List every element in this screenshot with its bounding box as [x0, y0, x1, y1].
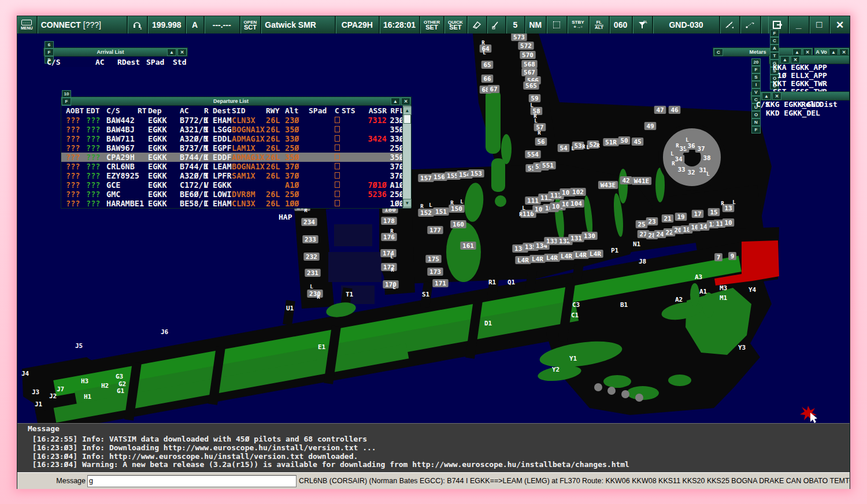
sequence-filter-button-s[interactable]: S — [751, 73, 761, 81]
cell-rwy[interactable]: 26L — [266, 199, 285, 208]
cell-c[interactable] — [335, 153, 342, 162]
departure-col-aobt[interactable]: AOBT — [66, 106, 86, 115]
cell-cs[interactable]: CPA29H — [106, 153, 138, 162]
ground-radar-map[interactable]: 6465666867573572570568567566565595857565… — [17, 34, 850, 423]
clearance-flag-box[interactable] — [335, 163, 340, 169]
cell-aobt[interactable]: ??? — [66, 153, 86, 162]
cell-sid[interactable]: BOGNA1X — [232, 162, 266, 171]
departure-col-assr[interactable]: ASSR — [364, 106, 387, 115]
cell-dest[interactable]: LPFR — [213, 171, 232, 180]
departure-col-sts[interactable]: STS — [342, 106, 364, 115]
cell-dest[interactable]: EHAM — [213, 199, 232, 208]
cell-aobt[interactable]: ??? — [66, 199, 86, 208]
cell-dep[interactable]: EGKK — [148, 199, 180, 208]
cell-sid[interactable]: CLN3X — [232, 199, 266, 208]
cell-dest[interactable]: EGKK — [213, 180, 232, 190]
cell-edt[interactable]: ??? — [86, 116, 106, 125]
secondary-frequency[interactable]: ---.--- — [205, 16, 240, 34]
quick-set-button[interactable]: QUICKSET — [444, 16, 468, 34]
departure-collapse-button[interactable]: ▲ — [391, 98, 400, 105]
cell-ac[interactable]: B744/H — [180, 162, 204, 171]
cell-r[interactable]: I — [204, 199, 213, 208]
departure-scrollbar[interactable]: ▲ ▼ — [402, 106, 411, 208]
cell-edt[interactable]: ??? — [86, 134, 106, 143]
ruler-button[interactable] — [720, 16, 741, 34]
cell-rfl[interactable]: 35Ø — [387, 153, 404, 162]
voice-setup-button[interactable]: 1 — [128, 16, 149, 34]
arrival-filter-button-6[interactable]: 6 — [45, 41, 54, 49]
cell-alt[interactable]: 23Ø — [285, 116, 309, 125]
departure-row-BAW967[interactable]: ??????BAW967EGKKB737/MIEGPFLAM1X26L25Ø25… — [61, 143, 411, 153]
cell-dest[interactable]: LSGG — [213, 125, 232, 134]
cell-rfl[interactable]: 25Ø — [387, 143, 404, 153]
cell-r[interactable]: I — [204, 162, 213, 171]
cell-cs[interactable]: BAW711 — [106, 134, 138, 143]
cell-sid[interactable]: DVR8M — [232, 190, 266, 199]
cell-assr[interactable]: 7Ø1Ø — [364, 180, 387, 190]
cell-c[interactable] — [335, 180, 342, 190]
eraser-button[interactable] — [468, 16, 487, 34]
cell-dep[interactable]: EGKK — [148, 125, 180, 134]
scroll-thumb[interactable] — [403, 114, 411, 124]
controller-filter-button-t[interactable]: T — [770, 52, 779, 60]
cell-dep[interactable]: EGKK — [148, 116, 180, 125]
departure-col-cs[interactable]: C/S — [106, 106, 138, 115]
cell-dest[interactable]: LOWI — [213, 190, 232, 199]
open-sct-button[interactable]: OPENSCT — [240, 16, 262, 34]
departure-filter-button-f[interactable]: F — [62, 98, 71, 105]
scroll-down-button[interactable]: ▼ — [403, 199, 412, 207]
cell-c[interactable] — [335, 190, 342, 199]
cell-sid[interactable]: SAM1X — [232, 171, 266, 180]
cell-alt[interactable]: 35Ø — [285, 153, 309, 162]
departure-col-spad[interactable]: SPad — [309, 106, 335, 115]
departure-col-ac[interactable]: AC — [180, 106, 204, 115]
range-value[interactable]: 5 — [506, 16, 525, 34]
cell-ac[interactable]: A321/M — [180, 125, 204, 134]
arrival-list-titlebar[interactable]: 6FS Arrival List ▲ ✕ — [43, 47, 188, 57]
departure-row-HARAMBE1[interactable]: ??????HARAMBE1EGKKBE58/LIEHAMCLN3X26L1ØØ… — [61, 199, 411, 208]
cell-assr[interactable]: 3424 — [364, 134, 387, 143]
altitude-filter-value[interactable]: 060 — [610, 16, 633, 34]
cell-r[interactable]: I — [204, 153, 213, 162]
mode-indicator[interactable]: A — [186, 16, 204, 34]
controller-filter-button-a[interactable]: A — [770, 45, 779, 52]
cell-dest[interactable]: EGPF — [213, 143, 232, 153]
clearance-flag-box[interactable] — [335, 172, 340, 179]
cell-dep[interactable]: EGKK — [148, 153, 180, 162]
cell-ac[interactable]: B737/M — [180, 143, 204, 153]
controller-collapse-button[interactable]: ▲ — [780, 56, 790, 64]
cell-cs[interactable]: BAW442 — [106, 116, 138, 125]
cell-rwy[interactable]: 26L — [266, 134, 285, 143]
cell-r[interactable]: I — [204, 134, 213, 143]
cell-rwy[interactable]: 26L — [266, 116, 285, 125]
grid-toggle-button[interactable] — [547, 16, 568, 34]
departure-row-CRL6NB[interactable]: ??????CRL6NBEGKKB744/HILEAMBOGNA1X26L37Ø… — [61, 162, 411, 171]
departure-col-dest[interactable]: Dest — [213, 106, 232, 115]
cell-edt[interactable]: ??? — [86, 190, 106, 199]
cell-rwy[interactable]: 26L — [266, 190, 285, 199]
cell-dest[interactable]: LEAM — [213, 162, 232, 171]
cell-dep[interactable]: EGKK — [148, 180, 180, 190]
cell-dest[interactable]: EDDL — [213, 134, 232, 143]
cell-edt[interactable]: ??? — [86, 162, 106, 171]
command-input[interactable] — [87, 475, 297, 487]
range-unit[interactable]: NM — [525, 16, 547, 34]
cell-sid[interactable]: ADMAG1X — [232, 153, 266, 162]
departure-col-alt[interactable]: Alt — [285, 106, 309, 115]
departure-col-dep[interactable]: Dep — [148, 106, 180, 115]
sequence-filter-button-f[interactable]: F — [751, 66, 761, 73]
cell-rwy[interactable]: 26L — [266, 143, 285, 153]
cell-alt[interactable]: 25Ø — [285, 143, 309, 153]
sequence-close-button[interactable]: ✕ — [772, 92, 781, 100]
cell-edt[interactable]: ??? — [86, 153, 106, 162]
controller-filter-button-c[interactable]: C — [770, 37, 779, 45]
clearance-flag-box[interactable] — [335, 181, 340, 188]
sequence-filter-button-n[interactable]: N — [751, 118, 761, 126]
cell-cs[interactable]: HARAMBE1 — [106, 199, 138, 208]
active-sector[interactable]: Gatwick SMR — [261, 16, 335, 34]
cell-alt[interactable]: A1Ø — [285, 180, 309, 190]
cell-cs[interactable]: BAW4BJ — [106, 125, 138, 134]
sequence-filter-button-20[interactable]: 20 — [751, 58, 761, 66]
departure-row-GMC[interactable]: ??????GMCEGKKBE6Ø/LILOWIDVR8M26L25Ø52362… — [61, 190, 411, 199]
cell-rfl[interactable]: 37Ø — [387, 171, 404, 180]
